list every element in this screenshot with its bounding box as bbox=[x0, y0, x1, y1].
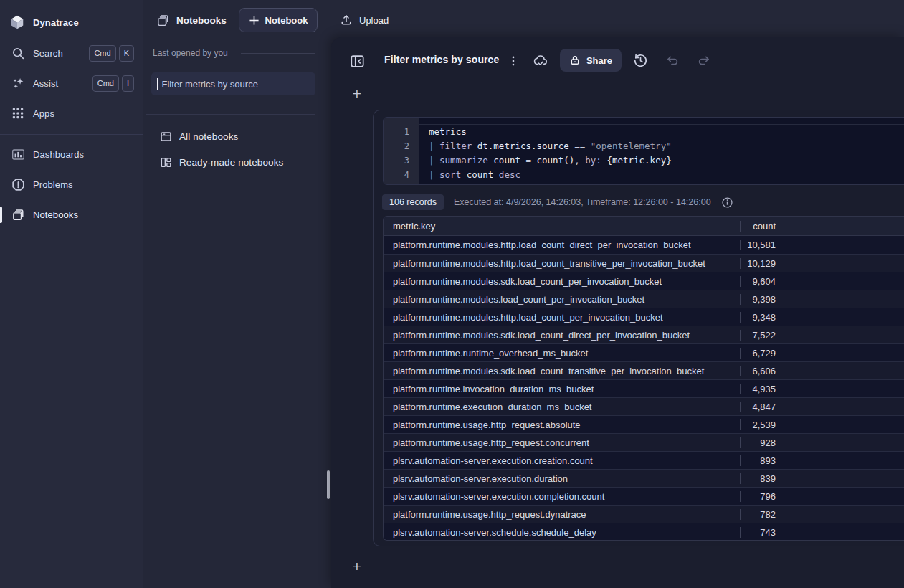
sidebar-item-assist[interactable]: Assist Cmd I bbox=[0, 73, 143, 93]
column-divider bbox=[781, 312, 781, 323]
table-row[interactable]: plsrv.automation-server.schedule.schedul… bbox=[384, 523, 904, 541]
executed-at-text: Executed at: 4/9/2026, 14:26:03, Timefra… bbox=[454, 197, 711, 207]
add-section-button-bottom[interactable]: + bbox=[349, 559, 365, 575]
ready-made-notebooks-label: Ready-made notebooks bbox=[179, 157, 283, 168]
count-cell: 6,729 bbox=[741, 348, 781, 359]
code-line: | sort count desc bbox=[419, 168, 904, 182]
count-cell: 4,935 bbox=[741, 384, 781, 394]
brand-name: Dynatrace bbox=[33, 17, 79, 28]
notebook-list-item-selected[interactable]: Filter metrics by source bbox=[151, 72, 315, 95]
column-divider[interactable] bbox=[781, 221, 781, 232]
assist-icon bbox=[11, 76, 25, 90]
sidebar-item-dashboards[interactable]: Dashboards bbox=[0, 144, 143, 164]
info-icon[interactable] bbox=[721, 196, 733, 209]
ready-made-notebooks-link[interactable]: Ready-made notebooks bbox=[143, 153, 330, 171]
dynatrace-logo-icon bbox=[9, 14, 25, 30]
metric-key-cell: plsrv.automation-server.execution.creati… bbox=[384, 455, 740, 466]
sidebar-item-label: Search bbox=[33, 48, 63, 59]
kbd-cmd: Cmd bbox=[89, 45, 115, 62]
metric-key-cell: platform.runtime.modules.http.load_count… bbox=[384, 240, 740, 250]
plus-icon bbox=[249, 15, 260, 26]
upload-icon bbox=[340, 14, 353, 27]
column-header-metric-key[interactable]: metric.key bbox=[384, 221, 740, 232]
table-row[interactable]: plsrv.automation-server.execution.durati… bbox=[384, 469, 904, 487]
table-row[interactable]: platform.runtime.modules.sdk.load_count_… bbox=[384, 326, 904, 343]
column-divider bbox=[781, 473, 781, 484]
table-row[interactable]: plsrv.automation-server.execution.comple… bbox=[384, 487, 904, 505]
new-notebook-button[interactable]: Notebook bbox=[239, 8, 318, 32]
column-header-count[interactable]: count bbox=[741, 221, 781, 232]
table-row[interactable]: platform.runtime.runtime_overhead_ms_buc… bbox=[384, 343, 904, 361]
sidebar-item-label: Dashboards bbox=[33, 149, 84, 160]
share-button-label: Share bbox=[586, 55, 612, 66]
table-row[interactable]: platform.runtime.usage.http_request.conc… bbox=[384, 433, 904, 451]
column-divider bbox=[781, 437, 781, 448]
all-notebooks-icon bbox=[159, 130, 172, 143]
kebab-menu-button[interactable] bbox=[504, 52, 523, 70]
table-row[interactable]: platform.runtime.modules.load_count_per_… bbox=[384, 290, 904, 308]
dynatrace-notebooks-app: Dynatrace Search Cmd K Assist Cmd bbox=[0, 0, 904, 588]
table-row[interactable]: platform.runtime.invocation_duration_ms_… bbox=[384, 379, 904, 397]
table-row[interactable]: platform.runtime.usage.http_request.dyna… bbox=[384, 505, 904, 523]
redo-button[interactable] bbox=[695, 52, 713, 70]
table-row[interactable]: platform.runtime.modules.sdk.load_count_… bbox=[384, 361, 904, 379]
table-row[interactable]: platform.runtime.execution_duration_ms_b… bbox=[384, 397, 904, 415]
code-line: metrics bbox=[419, 125, 904, 139]
collapse-sidebar-button[interactable] bbox=[348, 52, 366, 70]
add-section-button-top[interactable]: + bbox=[349, 87, 365, 103]
table-row[interactable]: plsrv.automation-server.execution.creati… bbox=[384, 451, 904, 469]
metric-key-cell: platform.runtime.modules.http.load_count… bbox=[384, 312, 740, 323]
metric-key-cell: platform.runtime.usage.http_request.dyna… bbox=[384, 509, 740, 520]
dashboards-icon bbox=[11, 147, 25, 161]
sidebar-item-label: Problems bbox=[33, 179, 73, 190]
panel-title: Notebooks bbox=[176, 15, 227, 26]
table-header-row: metric.key count bbox=[384, 217, 904, 236]
sidebar-item-problems[interactable]: Problems bbox=[0, 174, 143, 194]
table-row[interactable]: platform.runtime.usage.http_request.abso… bbox=[384, 415, 904, 433]
count-cell: 839 bbox=[741, 473, 781, 484]
all-notebooks-link[interactable]: All notebooks bbox=[143, 127, 330, 146]
metric-key-cell: platform.runtime.runtime_overhead_ms_buc… bbox=[384, 348, 740, 359]
sidebar-item-notebooks[interactable]: Notebooks bbox=[0, 204, 143, 224]
metric-key-cell: platform.runtime.usage.http_request.conc… bbox=[384, 437, 740, 448]
notebooks-icon bbox=[11, 207, 25, 222]
text-cursor bbox=[157, 78, 158, 90]
metric-key-cell: platform.runtime.invocation_duration_ms_… bbox=[384, 384, 740, 394]
table-row[interactable]: platform.runtime.modules.sdk.load_count_… bbox=[384, 272, 904, 290]
count-cell: 796 bbox=[741, 491, 781, 502]
notebooks-icon bbox=[156, 14, 170, 27]
upload-button[interactable]: Upload bbox=[333, 9, 396, 32]
kbd-i: I bbox=[122, 75, 134, 92]
metric-key-cell: plsrv.automation-server.schedule.schedul… bbox=[384, 527, 740, 538]
share-button[interactable]: Share bbox=[560, 49, 622, 72]
code-top-strip bbox=[419, 119, 904, 125]
column-divider bbox=[781, 240, 781, 250]
sidebar-item-label: Assist bbox=[33, 78, 58, 89]
count-cell: 10,581 bbox=[741, 240, 781, 250]
code-line: | filter dt.metrics.source == "opentelem… bbox=[419, 139, 904, 153]
column-divider bbox=[781, 402, 781, 412]
version-history-button[interactable] bbox=[631, 51, 650, 70]
dql-query-editor[interactable]: 1234 metrics| filter dt.metrics.source =… bbox=[383, 117, 904, 185]
search-icon bbox=[11, 46, 25, 60]
last-opened-label: Last opened by you bbox=[153, 48, 228, 58]
active-item-indicator bbox=[0, 207, 2, 223]
table-row[interactable]: platform.runtime.modules.http.load_count… bbox=[384, 254, 904, 272]
undo-button[interactable] bbox=[663, 52, 682, 70]
sidebar-item-search[interactable]: Search Cmd K bbox=[0, 43, 143, 63]
table-row[interactable]: platform.runtime.modules.http.load_count… bbox=[384, 308, 904, 326]
line-number: 2 bbox=[384, 139, 419, 153]
table-row[interactable]: platform.runtime.modules.http.load_count… bbox=[384, 236, 904, 254]
label-rule bbox=[241, 53, 315, 54]
notebooks-panel: Notebooks Notebook Last opened by you Fi… bbox=[143, 0, 330, 588]
sidebar-divider bbox=[0, 134, 143, 135]
brand-logo[interactable]: Dynatrace bbox=[0, 12, 143, 32]
apps-icon bbox=[11, 106, 25, 120]
sidebar-item-apps[interactable]: Apps bbox=[0, 103, 143, 123]
cloud-sync-icon bbox=[531, 52, 550, 70]
notebook-title[interactable]: Filter metrics by source bbox=[384, 54, 499, 65]
lock-icon bbox=[569, 54, 581, 66]
notebook-name: Filter metrics by source bbox=[162, 79, 258, 90]
problems-icon bbox=[11, 177, 25, 191]
panel-divider bbox=[146, 114, 315, 115]
